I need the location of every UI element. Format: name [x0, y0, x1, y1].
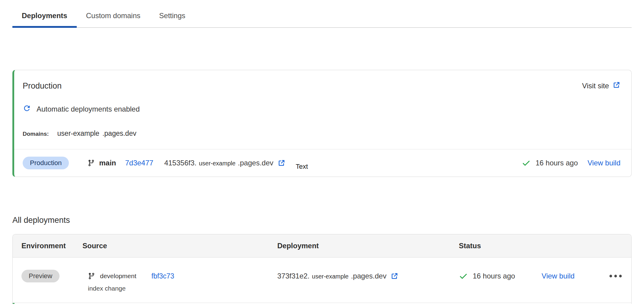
deployment-time: 16 hours ago [473, 272, 515, 280]
environment-badge: Preview [21, 270, 60, 282]
deployment-url-link[interactable]: 373f31e2. user-example .pages.dev [277, 272, 398, 280]
tab-deployments[interactable]: Deployments [12, 9, 77, 27]
deployment-url-suffix: .pages.dev [351, 272, 386, 280]
source-cell: development fbf3c73 index change [82, 270, 277, 292]
column-header-source: Source [82, 242, 277, 250]
ellipsis-icon [609, 275, 622, 278]
environment-cell: Preview [21, 270, 82, 282]
tab-settings[interactable]: Settings [150, 9, 195, 27]
commit-sha-link[interactable]: 7d3e477 [125, 159, 153, 167]
commit-note: Text [296, 163, 308, 171]
domain-project-name: user-example [57, 129, 99, 138]
auto-deployments-status: Automatic deployments enabled [23, 104, 620, 114]
domains-label: Domains: [23, 131, 49, 137]
deployment-url-prefix: 415356f3. [164, 159, 197, 167]
column-header-environment: Environment [21, 242, 82, 250]
branch-name: development [100, 272, 136, 280]
domains-line: Domains: user-example .pages.dev [23, 129, 620, 149]
production-card-title: Production [23, 81, 62, 91]
status-cell: 16 hours ago View build [459, 270, 623, 282]
deployment-url-prefix: 373f31e2. [277, 272, 310, 280]
commit-sha-link[interactable]: fbf3c73 [151, 272, 174, 280]
deployment-cell: 373f31e2. user-example .pages.dev [277, 270, 459, 282]
deployment-time: 16 hours ago [536, 159, 578, 167]
deployment-url-suffix: .pages.dev [238, 159, 273, 167]
deployment-url-link[interactable]: 415356f3. user-example .pages.dev [164, 159, 285, 167]
git-branch-icon [88, 159, 95, 167]
tab-bar: Deployments Custom domains Settings [12, 0, 632, 28]
table-header-row: Environment Source Deployment Status [13, 234, 631, 258]
next-row-divider [13, 303, 631, 304]
view-build-link[interactable]: View build [542, 272, 575, 280]
production-card: Production Visit site [12, 70, 632, 177]
domain-suffix: .pages.dev [102, 129, 137, 138]
deployments-table: Environment Source Deployment Status Pre… [12, 234, 632, 304]
table-row: Preview development fbf3c73 index change… [13, 258, 631, 292]
external-link-icon [613, 81, 620, 91]
view-build-link[interactable]: View build [588, 159, 620, 167]
column-header-deployment: Deployment [277, 242, 459, 250]
git-branch-icon [88, 272, 95, 280]
commit-message: index change [88, 285, 277, 292]
deployment-url-project: user-example [199, 160, 235, 167]
pages-project-page: Deployments Custom domains Settings Prod… [0, 0, 644, 304]
visit-site-label: Visit site [582, 82, 609, 90]
next-row-green-border [13, 303, 14, 304]
row-menu-button[interactable] [609, 273, 623, 279]
deployment-url-project: user-example [312, 273, 349, 280]
production-deployment-row: Production main 7d3e477 415356f3. user-e… [14, 149, 631, 177]
external-link-icon [278, 159, 285, 167]
column-header-status: Status [459, 242, 623, 250]
environment-badge: Production [23, 157, 69, 169]
refresh-icon [23, 104, 31, 114]
external-link-icon [391, 272, 398, 280]
check-icon [459, 272, 468, 281]
tab-custom-domains[interactable]: Custom domains [77, 9, 150, 27]
auto-deployments-text: Automatic deployments enabled [37, 105, 140, 113]
check-icon [522, 158, 531, 168]
visit-site-link[interactable]: Visit site [582, 81, 620, 91]
all-deployments-heading: All deployments [12, 216, 632, 225]
branch-name: main [99, 159, 116, 167]
